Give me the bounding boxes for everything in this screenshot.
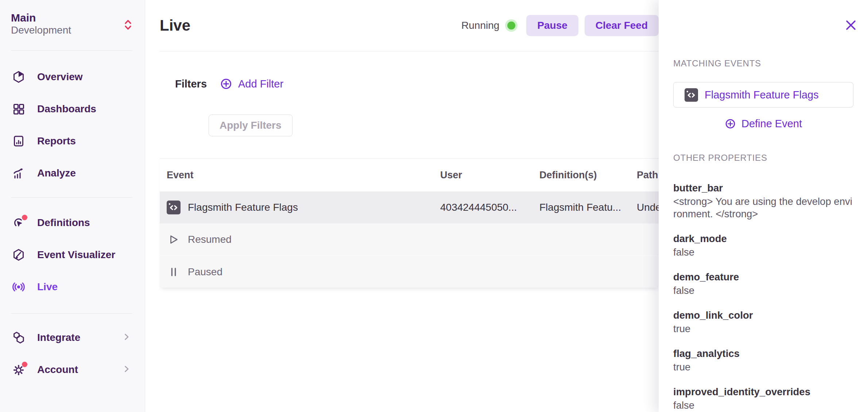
add-filter-label: Add Filter bbox=[238, 78, 283, 90]
notification-dot bbox=[22, 362, 27, 367]
feed-status-label: Running bbox=[461, 20, 499, 31]
clear-feed-button[interactable]: Clear Feed bbox=[585, 15, 659, 36]
matching-event-name: Flagsmith Feature Flags bbox=[705, 89, 819, 101]
sidebar-item-overview[interactable]: Overview bbox=[0, 61, 145, 93]
page-title: Live bbox=[160, 17, 190, 34]
filters-title: Filters bbox=[175, 78, 207, 90]
property-name: flag_analytics bbox=[673, 347, 853, 360]
chevron-right-icon bbox=[123, 365, 130, 375]
definitions-icon bbox=[12, 216, 25, 229]
overview-icon bbox=[12, 70, 25, 83]
sidebar-item-account[interactable]: Account bbox=[0, 354, 145, 386]
play-icon bbox=[167, 233, 181, 246]
property-value: false bbox=[673, 284, 853, 297]
column-header-definitions: Definition(s) bbox=[539, 170, 637, 181]
main-content: Live Running Pause Clear Feed Filters Ad… bbox=[145, 0, 659, 412]
feed-status-row-resumed: Resumed bbox=[160, 224, 659, 256]
sidebar-item-label: Dashboards bbox=[37, 103, 96, 115]
close-icon[interactable] bbox=[845, 19, 857, 31]
sidebar-nav-tools: Definitions Event Visualizer Live bbox=[0, 198, 145, 303]
feed-status-row-paused: Paused bbox=[160, 256, 659, 288]
column-header-path: Path bbox=[637, 170, 659, 181]
event-name: Flagsmith Feature Flags bbox=[188, 202, 298, 213]
status-row-label: Paused bbox=[188, 266, 222, 278]
feed-header-row: Event User Definition(s) Path bbox=[160, 158, 659, 191]
sidebar-item-label: Reports bbox=[37, 135, 76, 147]
apply-filters-button[interactable]: Apply Filters bbox=[209, 114, 292, 136]
define-event-label: Define Event bbox=[741, 118, 802, 130]
live-feed-table: Event User Definition(s) Path Flagsmith … bbox=[160, 158, 659, 288]
sidebar-item-live[interactable]: Live bbox=[0, 271, 145, 303]
define-event-button[interactable]: Define Event bbox=[673, 117, 853, 130]
sidebar-item-label: Account bbox=[37, 364, 78, 376]
code-window-icon bbox=[685, 88, 698, 102]
other-properties-label: OTHER PROPERTIES bbox=[673, 153, 853, 163]
panel-body: MATCHING EVENTS Flagsmith Feature Flags … bbox=[659, 0, 868, 412]
sidebar-item-definitions[interactable]: Definitions bbox=[0, 207, 145, 239]
property-item: flag_analytics true bbox=[673, 347, 853, 373]
sidebar-item-label: Event Visualizer bbox=[37, 249, 115, 261]
property-item: demo_link_color true bbox=[673, 309, 853, 335]
property-item: butter_bar <strong> You are using the de… bbox=[673, 182, 853, 220]
page-header: Live Running Pause Clear Feed bbox=[160, 0, 659, 51]
plus-circle-icon bbox=[220, 78, 232, 90]
event-detail-panel: MATCHING EVENTS Flagsmith Feature Flags … bbox=[659, 0, 868, 412]
account-icon bbox=[12, 363, 25, 376]
property-name: dark_mode bbox=[673, 233, 853, 245]
sidebar-item-label: Analyze bbox=[37, 167, 76, 179]
sidebar-item-reports[interactable]: Reports bbox=[0, 125, 145, 157]
sidebar-nav-settings: Integrate Account bbox=[0, 314, 145, 386]
analyze-icon bbox=[12, 167, 25, 180]
integrate-icon bbox=[12, 331, 25, 344]
property-value: <strong> You are using the develop envir… bbox=[673, 195, 853, 220]
property-value: true bbox=[673, 361, 853, 373]
sidebar-item-label: Integrate bbox=[37, 332, 80, 343]
workspace-name: Main bbox=[11, 12, 132, 24]
column-header-event: Event bbox=[167, 170, 440, 181]
reports-icon bbox=[12, 135, 25, 148]
sidebar: Main Development Overview Dashboards bbox=[0, 0, 145, 412]
property-name: demo_feature bbox=[673, 271, 853, 283]
app-window: Main Development Overview Dashboards bbox=[0, 0, 868, 412]
property-value: true bbox=[673, 323, 853, 335]
filters-section: Filters Add Filter Apply Filters bbox=[160, 78, 659, 136]
filters-row: Filters Add Filter bbox=[160, 78, 659, 90]
live-icon bbox=[12, 280, 25, 294]
sidebar-item-event-visualizer[interactable]: Event Visualizer bbox=[0, 239, 145, 271]
status-row-label: Resumed bbox=[188, 234, 232, 245]
property-item: demo_feature false bbox=[673, 271, 853, 297]
column-header-user: User bbox=[440, 170, 539, 181]
notification-dot bbox=[22, 215, 27, 220]
sidebar-item-label: Live bbox=[37, 281, 58, 293]
pause-icon bbox=[167, 265, 181, 279]
pause-button[interactable]: Pause bbox=[526, 15, 578, 36]
sidebar-item-integrate[interactable]: Integrate bbox=[0, 322, 145, 354]
sidebar-item-label: Overview bbox=[37, 71, 83, 83]
workspace-switcher[interactable]: Main Development bbox=[0, 0, 145, 36]
property-name: butter_bar bbox=[673, 182, 853, 194]
header-controls: Running Pause Clear Feed bbox=[461, 15, 659, 36]
sidebar-item-label: Definitions bbox=[37, 217, 90, 229]
event-user: 403424445050... bbox=[440, 202, 539, 213]
plus-circle-icon bbox=[725, 118, 736, 129]
property-name: improved_identity_overrides bbox=[673, 386, 853, 398]
table-row-event[interactable]: Flagsmith Feature Flags 403424445050... … bbox=[160, 191, 659, 224]
property-name: demo_link_color bbox=[673, 309, 853, 322]
workspace-environment: Development bbox=[11, 24, 132, 36]
dashboards-icon bbox=[12, 102, 25, 116]
matching-event-card[interactable]: Flagsmith Feature Flags bbox=[673, 82, 853, 108]
add-filter-button[interactable]: Add Filter bbox=[220, 78, 283, 90]
chevron-right-icon bbox=[123, 333, 130, 343]
property-item: dark_mode false bbox=[673, 233, 853, 259]
event-definitions: Flagsmith Featu... bbox=[539, 202, 637, 213]
property-value: false bbox=[673, 246, 853, 259]
matching-events-label: MATCHING EVENTS bbox=[673, 0, 853, 69]
workspace-switch-chevrons-icon[interactable] bbox=[124, 18, 132, 33]
property-item: improved_identity_overrides false bbox=[673, 386, 853, 412]
property-value: false bbox=[673, 399, 853, 412]
running-status-dot-icon bbox=[507, 22, 515, 30]
sidebar-nav-main: Overview Dashboards Reports Analyze bbox=[0, 51, 145, 189]
sidebar-item-dashboards[interactable]: Dashboards bbox=[0, 93, 145, 125]
sidebar-item-analyze[interactable]: Analyze bbox=[0, 157, 145, 189]
event-visualizer-icon bbox=[12, 248, 25, 261]
